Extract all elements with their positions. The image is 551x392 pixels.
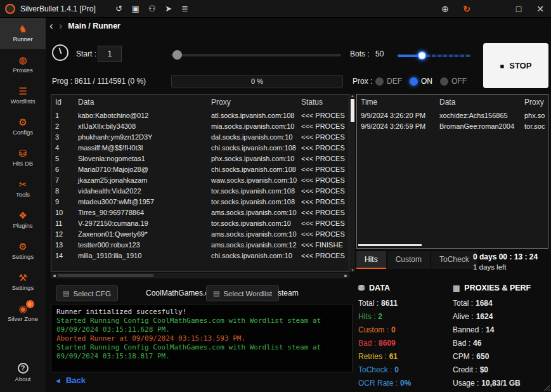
tab-custom[interactable]: Custom — [387, 251, 430, 269]
scrollbar-thumb[interactable] — [58, 274, 153, 277]
cell: phukhanh:ym9zn12D3Y — [74, 132, 207, 143]
log-console[interactable]: Runner initialized succesfully!Started R… — [51, 304, 353, 372]
bots-slider[interactable] — [398, 55, 471, 57]
sidebar-item-silver-zone[interactable]: ◉0Silver Zone — [0, 297, 46, 329]
sidebar-item-plugins[interactable]: ❖Plugins — [0, 204, 46, 235]
hits-table-container[interactable]: TimeDataProxy 9/9/2024 3:26:20 PMxochide… — [356, 94, 548, 249]
stat-value: 0% — [400, 379, 411, 388]
result-row[interactable]: 8vidahealth:Vida2022tor.socks.ipvanish.c… — [51, 186, 349, 197]
start-slider-thumb[interactable] — [172, 50, 182, 60]
stop-button[interactable]: ■ STOP — [483, 43, 548, 88]
result-row[interactable]: 5Slovenia:nogometas1phx.socks.ipvanish.c… — [51, 154, 349, 164]
start-input[interactable] — [98, 46, 122, 62]
result-row[interactable]: 11V-2972150:cumana.19tor.socks.ipvanish.… — [51, 218, 349, 229]
stat-value: 46 — [473, 339, 481, 348]
start-slider[interactable] — [171, 54, 341, 56]
settings-icon: ⚙ — [18, 242, 27, 251]
column-header[interactable]: Id — [51, 95, 74, 110]
column-header[interactable]: Proxy — [207, 95, 297, 110]
telegram-icon[interactable]: ➤ — [160, 4, 177, 13]
sidebar-item-label: Settings — [12, 284, 34, 291]
select-cfg-button[interactable]: ▤ Select CFG — [56, 285, 118, 301]
license-days-left: 1 days left — [473, 263, 538, 271]
proxy-mode-off[interactable]: OFF — [440, 77, 467, 86]
tab-tocheck[interactable]: ToCheck — [431, 251, 477, 269]
proxy-mode-on[interactable]: ON — [410, 77, 432, 86]
sidebar-item-hits-db[interactable]: ⛁Hits DB — [0, 142, 46, 173]
sidebar-item-proxies[interactable]: ◍Proxies — [0, 49, 46, 80]
result-row[interactable]: 12Zaxenon01:Qwerty69*ams.socks.ipvanish.… — [51, 229, 349, 240]
scroll-down-icon[interactable]: ▼ — [350, 268, 355, 272]
sidebar-item-wordlists[interactable]: ☰Wordlists — [0, 80, 46, 111]
result-row[interactable]: 6Maria0710:Majojo28@chi.socks.ipvanish.c… — [51, 164, 349, 175]
proxy-mode-def[interactable]: DEF — [375, 77, 402, 86]
sidebar-item-tools[interactable]: ✂Tools — [0, 173, 46, 204]
cell: 6 — [51, 164, 74, 175]
result-row[interactable]: 7jkazam25:jonahkazamwaw.socks.ipvanish.c… — [51, 175, 349, 186]
column-header[interactable]: Proxy — [521, 95, 548, 110]
data-stats-title: DATA — [369, 284, 390, 292]
cell: 14 — [51, 251, 74, 261]
sidebar-item-label: About — [15, 376, 31, 382]
scroll-left-icon[interactable]: ◄ — [52, 273, 56, 278]
maximize-button[interactable]: □ — [508, 4, 529, 14]
capture-icon[interactable]: ▣ — [127, 4, 144, 13]
hits-horizontal-scrollbar[interactable] — [358, 244, 422, 246]
cell: 12 — [51, 229, 74, 240]
cell: kabo:Kabotchino@012 — [74, 110, 207, 121]
resize-grip[interactable] — [543, 384, 550, 391]
result-row[interactable]: 13testter000:robux123ams.socks.ipvanish.… — [51, 240, 349, 251]
cell: 1 — [51, 110, 74, 121]
select-wordlist-button[interactable]: ▤ Select Wordlist — [206, 285, 279, 301]
breadcrumb: Main / Runner — [68, 22, 120, 30]
result-row[interactable]: 9mtadeu3007:wMt@1957tor.socks.ipvanish.c… — [51, 197, 349, 207]
result-row[interactable]: 3phukhanh:ym9zn12D3Ydal.socks.ipvanish.c… — [51, 132, 349, 143]
results-horizontal-scrollbar[interactable]: ◄ ► — [51, 273, 349, 278]
hit-row[interactable]: 9/9/2024 3:26:59 PMBromanGee:roman2004to… — [357, 121, 548, 132]
cell: Zaxenon01:Qwerty69* — [74, 229, 207, 240]
stat-row: Alive :1624 — [453, 310, 548, 323]
back-button[interactable]: ◄ Back — [55, 376, 86, 385]
results-vertical-scrollbar[interactable]: ▲ ▼ — [350, 94, 355, 272]
column-header[interactable]: Data — [74, 95, 207, 110]
discord-icon[interactable]: ⚇ — [144, 4, 160, 13]
result-row[interactable]: 14milia_1910:ilia_1910chi.socks.ipvanish… — [51, 251, 349, 261]
refresh-icon[interactable]: ↻ — [456, 4, 477, 14]
history-icon[interactable]: ↺ — [111, 4, 127, 13]
bots-slider-thumb[interactable] — [417, 51, 427, 60]
result-row[interactable]: 2xIlJaXIlx:bily34308mia.socks.ipvanish.c… — [51, 121, 349, 132]
close-button[interactable]: ✕ — [529, 4, 551, 14]
cell: massiff:M@$$!fH0t3I — [74, 143, 207, 154]
stat-label: Usage : — [453, 379, 479, 388]
scroll-right-icon[interactable]: ► — [344, 273, 348, 278]
scroll-up-icon[interactable]: ▲ — [350, 94, 355, 98]
column-header[interactable]: Status — [297, 95, 349, 110]
cell: testter000:robux123 — [74, 240, 207, 251]
result-row[interactable]: 4massiff:M@$$!fH0t3Ichi.socks.ipvanish.c… — [51, 143, 349, 154]
sidebar-item-runner[interactable]: ♞Runner — [0, 18, 46, 49]
sidebar-item-settings[interactable]: ⚙Settings — [0, 235, 46, 266]
result-row[interactable]: 1kabo:Kabotchino@012atl.socks.ipvanish.c… — [51, 110, 349, 121]
cell: 4 — [51, 143, 74, 154]
perf-stats-title: PROXIES & PERF — [464, 284, 531, 292]
radio-icon — [410, 77, 418, 86]
sidebar-item-label: Proxies — [13, 67, 33, 74]
stat-label: Credit : — [453, 365, 477, 374]
results-table-container[interactable]: IdDataProxyStatus 1kabo:Kabotchino@012at… — [51, 94, 349, 272]
news-icon[interactable]: ≣ — [177, 4, 193, 13]
cell: 9/9/2024 3:26:20 PM — [357, 110, 436, 121]
tab-hits[interactable]: Hits — [356, 251, 386, 269]
nav-back-icon[interactable]: ‹ — [49, 20, 53, 31]
nav-forward-icon[interactable]: › — [59, 20, 63, 31]
log-line: Started Running Config CoolMathGames.com… — [56, 317, 347, 334]
sidebar-item-about[interactable]: ?About — [0, 357, 46, 388]
column-header[interactable]: Time — [357, 95, 436, 110]
sidebar-item-configs[interactable]: ⚙Configs — [0, 111, 46, 142]
scrollbar-thumb[interactable] — [351, 99, 354, 122]
hit-row[interactable]: 9/9/2024 3:26:20 PMxochidez:Achs156865ph… — [357, 110, 548, 121]
globe-icon[interactable]: ⊕ — [434, 4, 456, 14]
column-header[interactable]: Data — [436, 95, 521, 110]
sidebar-item-settings-2[interactable]: ⚒Settings — [0, 266, 46, 297]
stat-label: ToCheck : — [358, 365, 392, 374]
result-row[interactable]: 10Tirres_90:969778864ams.socks.ipvanish.… — [51, 207, 349, 218]
